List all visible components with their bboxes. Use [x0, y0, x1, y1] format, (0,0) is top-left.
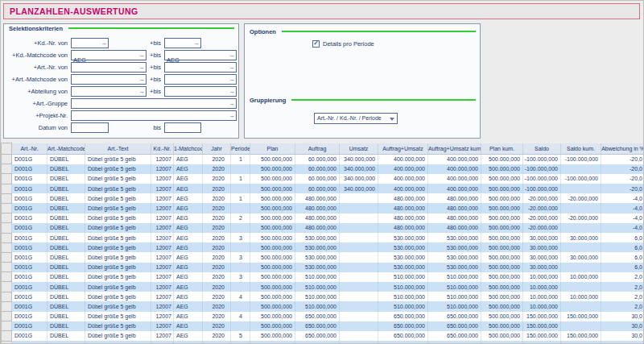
- artgruppe-input[interactable]: →: [71, 98, 237, 109]
- artmatchcode-bis-input[interactable]: →: [164, 74, 237, 85]
- cell: D001G: [12, 263, 47, 272]
- datum-von-input[interactable]: [71, 122, 109, 133]
- kdnr-bis-input[interactable]: →: [164, 38, 201, 48]
- gruppierung-dropdown[interactable]: Art.-Nr. / Kd.-Nr. / Periode: [314, 113, 398, 124]
- artnr-von-input[interactable]: →: [71, 62, 147, 73]
- projektnr-input[interactable]: →: [71, 110, 237, 121]
- lookup-arrow-icon[interactable]: →: [101, 39, 108, 48]
- row-selector[interactable]: [2, 301, 12, 311]
- column-header[interactable]: Art.-Matchcode: [47, 143, 85, 155]
- row-selector[interactable]: [2, 242, 12, 252]
- kdmatchcode-bis-input[interactable]: →: [164, 50, 237, 60]
- table-row[interactable]: D001GDÜBELDübel größe 5 gelb12007AEG2020…: [2, 164, 644, 174]
- column-header[interactable]: Periode: [231, 143, 250, 155]
- row-selector[interactable]: [2, 321, 12, 331]
- cell: Dübel größe 5 gelb: [85, 341, 151, 344]
- selektionskriterien-heading: Selektionskriterien: [9, 24, 234, 32]
- table-row[interactable]: D001GDÜBELDübel größe 5 gelb12007AEG2020…: [2, 331, 644, 341]
- table-row[interactable]: D001GDÜBELDübel größe 5 gelb12007AEG2020…: [2, 184, 644, 193]
- table-row[interactable]: D001GDÜBELDübel größe 5 gelb12007AEG2020…: [2, 242, 644, 252]
- cell: Dübel größe 5 gelb: [85, 321, 151, 331]
- table-row[interactable]: D001GDÜBELDübel größe 5 gelb12007AEG2020…: [2, 193, 644, 203]
- cell: -100.000,000: [523, 174, 561, 184]
- table-row[interactable]: D001GDÜBELDübel größe 5 gelb12007AEG2020…: [2, 301, 644, 311]
- cell: 1: [231, 155, 250, 164]
- chevron-down-icon: [390, 118, 394, 121]
- row-selector[interactable]: [2, 252, 12, 262]
- column-header[interactable]: Auftrag: [295, 143, 340, 155]
- table-row[interactable]: D001GDÜBELDübel größe 5 gelb12007AEG2020…: [2, 223, 644, 233]
- table-row[interactable]: D001GDÜBELDübel größe 5 gelb12007AEG2020…: [2, 341, 644, 344]
- abteilung-bis-input[interactable]: →: [164, 86, 237, 97]
- lookup-arrow-icon[interactable]: →: [229, 88, 236, 96]
- lookup-arrow-icon[interactable]: →: [194, 39, 200, 48]
- table-row[interactable]: D001GDÜBELDübel größe 5 gelb12007AEG2020…: [2, 272, 644, 282]
- column-header[interactable]: Kd.-Nr.: [151, 143, 174, 155]
- table-row[interactable]: D001GDÜBELDübel größe 5 gelb12007AEG2020…: [2, 263, 644, 272]
- details-pro-periode-checkbox[interactable]: ✓: [312, 40, 320, 48]
- column-header[interactable]: Art.-Text: [85, 143, 151, 155]
- column-header[interactable]: Auftrag+Umsatz kum.: [428, 143, 481, 155]
- table-row[interactable]: D001GDÜBELDübel größe 5 gelb12007AEG2020…: [2, 292, 644, 301]
- table-row[interactable]: D001GDÜBELDübel größe 5 gelb12007AEG2020…: [2, 321, 644, 331]
- cell: D001G: [12, 301, 47, 311]
- row-selector[interactable]: [2, 331, 12, 341]
- artmatchcode-von-input[interactable]: →: [71, 74, 147, 85]
- row-selector[interactable]: [2, 341, 12, 344]
- table-row[interactable]: D001GDÜBELDübel größe 5 gelb12007AEG2020…: [2, 155, 644, 164]
- column-header[interactable]: Umsatz: [340, 143, 378, 155]
- column-header[interactable]: Saldo: [523, 143, 561, 155]
- table-row[interactable]: D001GDÜBELDübel größe 5 gelb12007AEG2020…: [2, 213, 644, 223]
- row-selector[interactable]: [2, 263, 12, 272]
- cell: 500.000,000: [481, 331, 523, 341]
- cell: 510.000,000: [378, 282, 428, 292]
- row-selector[interactable]: [2, 292, 12, 301]
- kdmatchcode-von-input[interactable]: →: [71, 50, 147, 60]
- lookup-arrow-icon[interactable]: →: [229, 52, 236, 60]
- artnr-bis-input[interactable]: →: [164, 62, 237, 73]
- column-header[interactable]: Plan: [250, 143, 295, 155]
- row-selector[interactable]: [2, 233, 12, 242]
- cell: [561, 282, 601, 292]
- lookup-arrow-icon[interactable]: →: [229, 64, 236, 72]
- datum-bis-input[interactable]: [164, 122, 201, 133]
- column-header[interactable]: Plan kum.: [481, 143, 523, 155]
- table-row[interactable]: D001GDÜBELDübel größe 5 gelb12007AEG2020…: [2, 203, 644, 213]
- row-selector[interactable]: [2, 164, 12, 174]
- table-row[interactable]: D001GDÜBELDübel größe 5 gelb12007AEG2020…: [2, 233, 644, 242]
- cell: 530.000,000: [295, 252, 340, 262]
- lookup-arrow-icon[interactable]: →: [229, 100, 236, 108]
- cell: 500.000,000: [481, 282, 523, 292]
- artmatchcode-von-label: +Art.-Matchcode von: [4, 74, 68, 85]
- cell: 2020: [203, 252, 231, 262]
- row-selector[interactable]: [2, 155, 12, 164]
- row-selector[interactable]: [2, 282, 12, 292]
- row-selector[interactable]: [2, 193, 12, 203]
- lookup-arrow-icon[interactable]: →: [229, 112, 236, 120]
- lookup-arrow-icon[interactable]: →: [229, 76, 236, 84]
- column-header[interactable]: Auftrag+Umsatz: [378, 143, 428, 155]
- row-selector[interactable]: [2, 223, 12, 233]
- row-selector[interactable]: [2, 312, 12, 321]
- table-header-row: Art.-Nr.Art.-MatchcodeArt.-TextKd.-Nr.1-…: [2, 143, 644, 155]
- row-selector[interactable]: [2, 203, 12, 213]
- abteilung-von-input[interactable]: →: [71, 86, 147, 97]
- table-row[interactable]: D001GDÜBELDübel größe 5 gelb12007AEG2020…: [2, 282, 644, 292]
- column-header[interactable]: Art.-Nr.: [12, 143, 47, 155]
- cell: -20,0: [601, 155, 644, 164]
- table-row[interactable]: D001GDÜBELDübel größe 5 gelb12007AEG2020…: [2, 174, 644, 184]
- column-header[interactable]: 1-Matchcoc: [174, 143, 203, 155]
- table-row[interactable]: D001GDÜBELDübel größe 5 gelb12007AEG2020…: [2, 312, 644, 321]
- row-selector[interactable]: [2, 184, 12, 193]
- row-selector[interactable]: [2, 272, 12, 282]
- table-row[interactable]: D001GDÜBELDübel größe 5 gelb12007AEG2020…: [2, 252, 644, 262]
- cell: -100.000,000: [561, 155, 601, 164]
- row-selector[interactable]: [2, 213, 12, 223]
- column-header[interactable]: Abweichung in %: [601, 143, 644, 155]
- cell: AEG: [174, 155, 203, 164]
- row-selector[interactable]: [2, 174, 12, 184]
- kdnr-von-input[interactable]: →: [71, 38, 109, 48]
- column-header[interactable]: Jahr: [203, 143, 231, 155]
- column-header[interactable]: Saldo kum.: [561, 143, 601, 155]
- cell: 60.000,000: [295, 174, 340, 184]
